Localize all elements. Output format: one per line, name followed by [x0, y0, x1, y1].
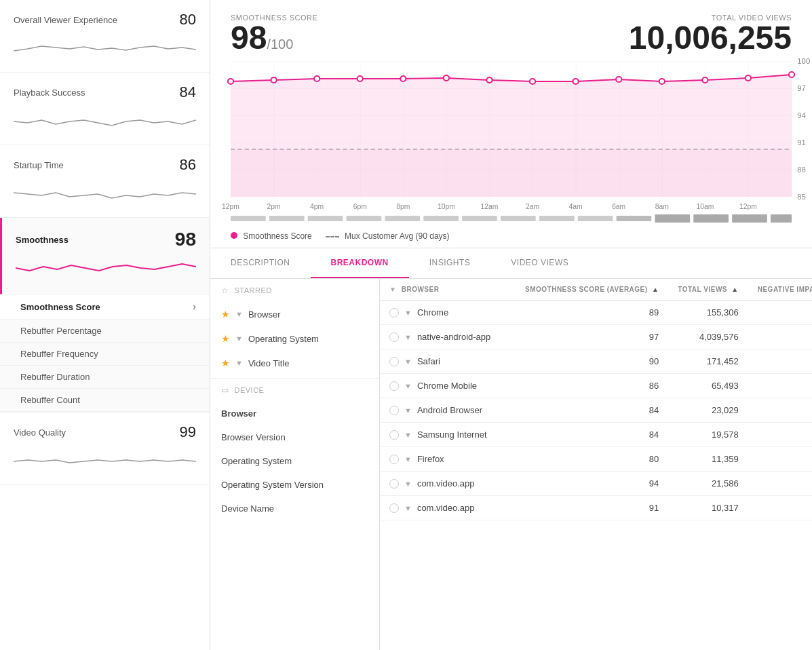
svg-text:6am: 6am — [612, 203, 625, 210]
row-radio-5[interactable] — [389, 430, 399, 440]
breakdown-os-version[interactable]: Operating System Version — [210, 473, 379, 497]
table-row: ▼ com.video.app 91 10,317 9 — [380, 496, 812, 520]
filter-icon-row: ▼ — [404, 431, 412, 439]
svg-point-5 — [271, 77, 276, 83]
breakdown-left-panel: ☆ STARRED ★ ▼ Browser ★ ▼ Operating Syst… — [210, 279, 380, 650]
sidebar-item-videoquality[interactable]: Video Quality 99 — [0, 413, 210, 485]
subitem-rebuffer-freq[interactable]: Rebuffer Frequency — [0, 343, 210, 366]
svg-text:2pm: 2pm — [267, 203, 281, 210]
table-row: ▼ Firefox 80 11,359 7 — [380, 447, 812, 472]
chart-area: SMOOTHNESS SCORE 98/100 TOTAL VIDEO VIEW… — [210, 0, 812, 248]
chart-total-section: TOTAL VIDEO VIEWS 10,006,255 — [629, 14, 792, 54]
legend-avg-item: Mux Customer Avg (90 days) — [326, 231, 450, 241]
cell-browser-8: ▼ com.video.app — [380, 496, 516, 520]
breakdown-area: ☆ STARRED ★ ▼ Browser ★ ▼ Operating Syst… — [210, 279, 812, 650]
row-radio-4[interactable] — [389, 406, 399, 415]
tab-description[interactable]: DESCRIPTION — [210, 248, 311, 278]
cell-browser-1: ▼ native-android-app — [380, 325, 516, 349]
cell-score-3: 86 — [516, 374, 668, 398]
cell-impact-0: 1 — [748, 301, 812, 325]
subitem-smoothness-score[interactable]: Smoothness Score — [0, 294, 210, 320]
breakdown-browser-device[interactable]: Browser — [210, 402, 379, 425]
cell-browser-0: ▼ Chrome — [380, 301, 516, 324]
svg-rect-37 — [231, 216, 266, 221]
svg-text:8pm: 8pm — [396, 203, 410, 210]
svg-point-7 — [357, 76, 363, 81]
browser-name-2: Safari — [417, 356, 440, 366]
sidebar-item-startup[interactable]: Startup Time 86 — [0, 145, 210, 218]
col-header-browser: ▼ BROWSER — [380, 279, 516, 301]
row-radio-0[interactable] — [389, 308, 399, 318]
chart-legend: Smoothness Score Mux Customer Avg (90 da… — [231, 231, 792, 241]
col-header-impact[interactable]: NEGATIVE IMPACT ▲ — [748, 279, 812, 301]
breakdown-os-device[interactable]: Operating System — [210, 449, 379, 473]
star-filled-title: ★ — [221, 358, 230, 368]
breakdown-device-name[interactable]: Device Name — [210, 497, 379, 520]
svg-rect-47 — [617, 216, 652, 221]
chart-score-value: 98 — [231, 20, 267, 56]
tabs-bar: DESCRIPTION BREAKDOWN INSIGHTS VIDEO VIE… — [210, 248, 812, 279]
cell-score-1: 97 — [516, 325, 668, 349]
tab-insights[interactable]: INSIGHTS — [409, 248, 491, 278]
tab-breakdown[interactable]: BREAKDOWN — [311, 248, 409, 278]
row-radio-7[interactable] — [389, 479, 399, 489]
os-version-label: Operating System Version — [221, 480, 324, 490]
tab-video-views[interactable]: VIDEO VIEWS — [490, 248, 589, 278]
svg-point-4 — [228, 79, 233, 84]
col-header-views[interactable]: TOTAL VIEWS ▲ — [668, 279, 748, 301]
filter-icon-col: ▼ — [389, 286, 396, 293]
svg-point-9 — [444, 75, 449, 81]
svg-rect-41 — [385, 216, 420, 221]
svg-text:97: 97 — [797, 84, 806, 92]
row-radio-8[interactable] — [389, 503, 399, 513]
col-header-score[interactable]: SMOOTHNESS SCORE (AVERAGE) ▲ — [516, 279, 668, 301]
filter-icon-row: ▼ — [404, 406, 412, 415]
sidebar-item-smoothness[interactable]: Smoothness 98 — [0, 218, 210, 294]
svg-point-10 — [486, 77, 492, 83]
row-radio-3[interactable] — [389, 381, 399, 391]
cell-views-4: 23,029 — [668, 398, 748, 423]
svg-point-13 — [616, 77, 621, 82]
subitem-rebuffer-pct[interactable]: Rebuffer Percentage — [0, 320, 210, 343]
cell-impact-8: 9 — [748, 496, 812, 520]
cell-browser-2: ▼ Safari — [380, 349, 516, 373]
breakdown-browser-starred[interactable]: ★ ▼ Browser — [210, 302, 379, 326]
row-radio-1[interactable] — [389, 332, 399, 342]
table-row: ▼ Android Browser 84 23,029 5 — [380, 398, 812, 423]
cell-views-3: 65,493 — [668, 374, 748, 398]
subitem-rebuffer-dur[interactable]: Rebuffer Duration — [0, 366, 210, 389]
svg-marker-2 — [231, 149, 792, 197]
breakdown-os-starred[interactable]: ★ ▼ Operating System — [210, 326, 379, 351]
filter-icon-browser: ▼ — [235, 310, 243, 318]
browser-name-8: com.video.app — [417, 503, 475, 513]
cell-impact-6: 7 — [748, 447, 812, 472]
sidebar-label-videoquality: Video Quality — [14, 427, 66, 438]
svg-text:94: 94 — [797, 111, 806, 119]
svg-point-14 — [659, 79, 665, 84]
filter-icon-row: ▼ — [404, 455, 412, 463]
cell-browser-6: ▼ Firefox — [380, 447, 516, 471]
svg-point-15 — [702, 77, 708, 83]
cell-views-6: 11,359 — [668, 447, 748, 472]
device-label: DEVICE — [235, 386, 265, 394]
svg-text:12am: 12am — [481, 203, 499, 210]
browser-device-label: Browser — [221, 408, 256, 419]
row-radio-2[interactable] — [389, 357, 399, 366]
breakdown-browser-version[interactable]: Browser Version — [210, 425, 379, 449]
svg-text:4am: 4am — [569, 203, 583, 210]
sidebar-label-overall: Overall Viewer Experience — [14, 15, 117, 25]
sidebar-item-playback[interactable]: Playback Success 84 — [0, 73, 210, 145]
legend-score-dot — [231, 232, 237, 239]
cell-browser-7: ▼ com.video.app — [380, 472, 516, 495]
breakdown-title-starred[interactable]: ★ ▼ Video Title — [210, 351, 379, 375]
filter-icon-title: ▼ — [235, 359, 243, 367]
browser-version-label: Browser Version — [221, 432, 286, 442]
sidebar-item-overall[interactable]: Overall Viewer Experience 80 — [0, 0, 210, 73]
svg-rect-39 — [308, 216, 343, 221]
legend-avg-label: Mux Customer Avg (90 days) — [345, 231, 450, 241]
svg-text:4pm: 4pm — [310, 203, 324, 210]
subitem-rebuffer-count[interactable]: Rebuffer Count — [0, 389, 210, 412]
starred-label: STARRED — [235, 286, 272, 294]
os-device-label: Operating System — [221, 456, 292, 466]
row-radio-6[interactable] — [389, 455, 399, 464]
